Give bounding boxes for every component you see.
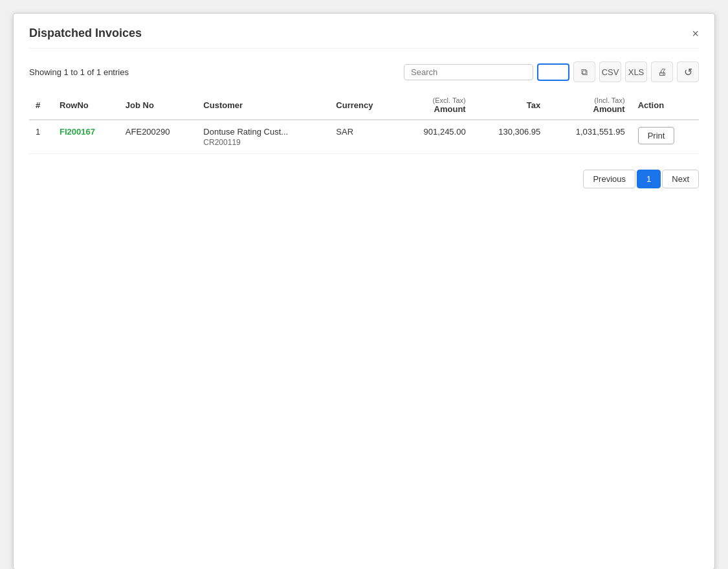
refresh-button[interactable]: ↺	[677, 61, 699, 82]
cell-action: Print	[632, 120, 699, 154]
cell-jobno: AFE200290	[119, 120, 197, 154]
pagination: Previous 1 Next	[29, 170, 699, 188]
page-1-button[interactable]: 1	[637, 170, 661, 188]
close-button[interactable]: ×	[692, 28, 699, 39]
modal-header: Dispatched Invoices ×	[29, 27, 699, 49]
refresh-icon: ↺	[684, 66, 692, 78]
page-size-input[interactable]: 25	[537, 63, 569, 81]
copy-button[interactable]: ⧉	[573, 61, 595, 82]
col-rowno: RowNo	[53, 91, 119, 120]
modal-title: Dispatched Invoices	[29, 27, 142, 40]
col-customer: Customer	[197, 91, 329, 120]
print-row-button[interactable]: Print	[638, 127, 675, 144]
table-row: 1 FI200167 AFE200290 Dontuse Rating Cust…	[29, 120, 699, 154]
col-num: #	[29, 91, 53, 120]
col-incl-amount: (Incl. Tax) Amount	[547, 91, 631, 120]
entries-info: Showing 1 to 1 of 1 entries	[29, 67, 129, 77]
next-button[interactable]: Next	[662, 170, 699, 188]
cell-excl-amount: 901,245.00	[397, 120, 472, 154]
excel-icon: XLS	[628, 67, 645, 77]
col-currency: Currency	[329, 91, 397, 120]
excl-tax-label: (Excl. Tax)	[404, 96, 466, 104]
cell-incl-amount: 1,031,551.95	[547, 120, 631, 154]
dispatched-invoices-modal: Dispatched Invoices × Showing 1 to 1 of …	[13, 13, 715, 569]
col-jobno: Job No	[119, 91, 197, 120]
table-header-row: # RowNo Job No Customer Currency (Excl. …	[29, 91, 699, 120]
cell-num: 1	[29, 120, 53, 154]
search-input[interactable]	[404, 64, 533, 80]
print-toolbar-button[interactable]: 🖨	[651, 61, 673, 82]
incl-tax-label: (Incl. Tax)	[553, 96, 624, 104]
cell-tax: 130,306.95	[472, 120, 547, 154]
csv-icon: CSV	[602, 67, 619, 77]
invoices-table: # RowNo Job No Customer Currency (Excl. …	[29, 91, 699, 154]
copy-icon: ⧉	[581, 67, 588, 78]
customer-ref: CR200119	[203, 138, 323, 147]
toolbar-right: 25 ⧉ CSV XLS 🖨 ↺	[404, 61, 699, 82]
col-action: Action	[632, 91, 699, 120]
print-icon: 🖨	[657, 67, 667, 77]
excel-button[interactable]: XLS	[625, 61, 647, 82]
cell-rowno: FI200167	[53, 120, 119, 154]
cell-customer: Dontuse Rating Cust... CR200119	[197, 120, 329, 154]
col-excl-amount: (Excl. Tax) Amount	[397, 91, 472, 120]
toolbar: Showing 1 to 1 of 1 entries 25 ⧉ CSV XLS…	[29, 61, 699, 82]
col-tax: Tax	[472, 91, 547, 120]
invoice-link[interactable]: FI200167	[60, 127, 95, 137]
csv-button[interactable]: CSV	[599, 61, 621, 82]
previous-button[interactable]: Previous	[583, 170, 635, 188]
cell-currency: SAR	[329, 120, 397, 154]
